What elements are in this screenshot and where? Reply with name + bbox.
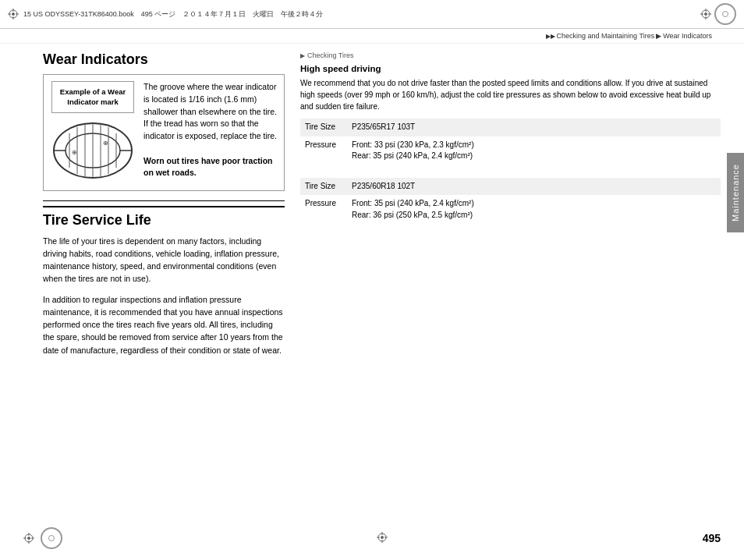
table1-row1-value: P235/65R17 103T bbox=[347, 119, 721, 136]
breadcrumb-item2: Wear Indicators bbox=[663, 32, 712, 40]
page-number: 495 bbox=[703, 532, 721, 544]
table2-row1-value: P235/60R18 102T bbox=[347, 178, 721, 196]
wear-indicator-box: Example of a Wear Indicator mark bbox=[43, 74, 285, 191]
footer-center bbox=[377, 532, 388, 544]
table2-row2-label: Pressure bbox=[300, 195, 347, 224]
svg-text:⊕: ⊕ bbox=[103, 140, 108, 147]
crosshair-icon-bottomleft bbox=[23, 533, 34, 544]
table2-row2-value: Front: 35 psi (240 kPa, 2.4 kgf/cm²) Rea… bbox=[347, 195, 721, 224]
breadcrumb-arrow1: ▶▶ bbox=[546, 33, 555, 40]
wear-indicator-label: Example of a Wear Indicator mark bbox=[51, 81, 134, 113]
table1-row1: Tire Size P235/65R17 103T bbox=[300, 119, 721, 136]
tire-service-paragraph2: In addition to regular inspections and i… bbox=[43, 293, 285, 356]
header-bar: 15 US ODYSSEY-31TK86400.book 495 ページ ２０１… bbox=[0, 0, 744, 29]
checking-tires-header: Checking Tires bbox=[300, 51, 721, 59]
wear-description: The groove where the wear indicator is l… bbox=[143, 81, 278, 179]
table1-row2: Pressure Front: 33 psi (230 kPa, 2.3 kgf… bbox=[300, 136, 721, 165]
circle-deco-bottomleft bbox=[41, 527, 62, 549]
example-label-line2: Indicator mark bbox=[67, 97, 118, 106]
breadcrumb-item1: Checking and Maintaining Tires bbox=[557, 32, 655, 40]
header-right bbox=[700, 3, 736, 25]
table2-row2: Pressure Front: 35 psi (240 kPa, 2.4 kgf… bbox=[300, 195, 721, 224]
wear-description-main: The groove where the wear indicator is l… bbox=[143, 82, 277, 140]
svg-point-36 bbox=[381, 537, 384, 539]
table1-rear-pressure: Rear: 35 psi (240 kPa, 2.4 kgf/cm²) bbox=[352, 151, 473, 160]
right-column: Checking Tires High speed driving We rec… bbox=[300, 51, 721, 364]
section-divider bbox=[43, 200, 285, 201]
table1-front-pressure: Front: 33 psi (230 kPa, 2.3 kgf/cm²) bbox=[352, 140, 474, 149]
crosshair-icon-topleft bbox=[8, 9, 19, 19]
wear-indicators-title: Wear Indicators bbox=[43, 51, 285, 68]
pressure-table-1: Tire Size P235/65R17 103T Pressure Front… bbox=[300, 119, 721, 165]
footer-area: 495 bbox=[0, 527, 744, 549]
crosshair-icon-bottomcenter bbox=[377, 532, 388, 543]
breadcrumb-bar: ▶▶ Checking and Maintaining Tires ▶ Wear… bbox=[0, 29, 744, 44]
tire-service-title: Tire Service Life bbox=[43, 206, 285, 229]
table-spacer bbox=[300, 172, 721, 178]
footer-left bbox=[23, 527, 62, 549]
breadcrumb-arrow2: ▶ bbox=[656, 32, 661, 40]
crosshair-icon-topright bbox=[700, 9, 711, 19]
svg-point-11 bbox=[705, 13, 707, 16]
pressure-table-2: Tire Size P235/60R18 102T Pressure Front… bbox=[300, 178, 721, 225]
table2-front-pressure: Front: 35 psi (240 kPa, 2.4 kgf/cm²) bbox=[352, 199, 474, 207]
table1-row2-label: Pressure bbox=[300, 136, 347, 165]
example-label-line1: Example of a Wear bbox=[60, 87, 126, 96]
table1-row2-value: Front: 33 psi (230 kPa, 2.3 kgf/cm²) Rea… bbox=[347, 136, 721, 165]
tire-service-paragraph1: The life of your tires is dependent on m… bbox=[43, 235, 285, 285]
maintenance-tab: Maintenance bbox=[727, 153, 744, 232]
tire-illustration: ⊕ ⊕ bbox=[50, 118, 136, 184]
header-file-info: 15 US ODYSSEY-31TK86400.book 495 ページ ２０１… bbox=[23, 9, 323, 19]
checking-tires-label: Checking Tires bbox=[307, 51, 354, 59]
svg-point-30 bbox=[28, 537, 30, 540]
svg-text:⊕: ⊕ bbox=[72, 149, 77, 156]
wear-bold-text: Worn out tires have poor traction on wet… bbox=[143, 156, 273, 178]
main-content: Wear Indicators Example of a Wear Indica… bbox=[0, 44, 744, 372]
high-speed-text: We recommend that you do not drive faste… bbox=[300, 77, 721, 112]
circle-deco-topright bbox=[714, 3, 736, 25]
high-speed-title: High speed driving bbox=[300, 64, 721, 73]
table1-row1-label: Tire Size bbox=[300, 119, 347, 136]
left-column: Wear Indicators Example of a Wear Indica… bbox=[43, 51, 285, 364]
svg-point-5 bbox=[12, 13, 15, 16]
table2-row1-label: Tire Size bbox=[300, 178, 347, 196]
header-left: 15 US ODYSSEY-31TK86400.book 495 ページ ２０１… bbox=[8, 9, 323, 19]
table2-row1: Tire Size P235/60R18 102T bbox=[300, 178, 721, 196]
table2-rear-pressure: Rear: 36 psi (250 kPa, 2.5 kgf/cm²) bbox=[352, 211, 473, 219]
